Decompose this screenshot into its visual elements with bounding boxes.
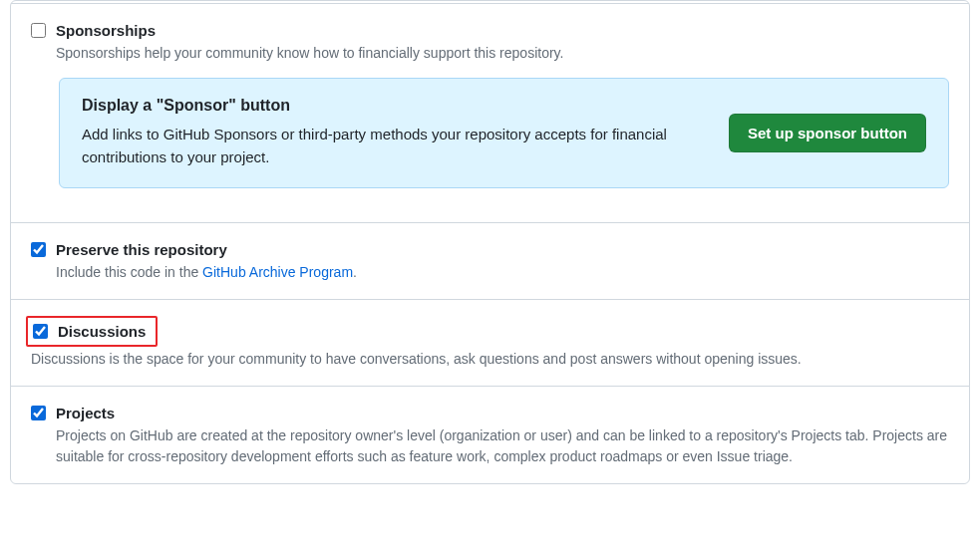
projects-checkbox[interactable] [31,406,46,420]
sponsorships-title: Sponsorships [56,20,949,41]
discussions-highlight: Discussions [26,316,158,347]
preserve-desc-prefix: Include this code in the [56,264,202,280]
preserve-title: Preserve this repository [56,239,949,260]
sponsor-callout-title: Display a "Sponsor" button [82,97,709,115]
features-panel: Sponsorships Sponsorships help your comm… [10,0,970,484]
sponsorships-section: Sponsorships Sponsorships help your comm… [11,3,969,222]
sponsorships-checkbox[interactable] [31,23,46,38]
projects-section: Projects Projects on GitHub are created … [11,386,969,483]
discussions-title: Discussions [58,321,146,342]
setup-sponsor-button[interactable]: Set up sponsor button [729,114,926,152]
preserve-desc: Include this code in the GitHub Archive … [56,262,949,283]
sponsor-callout-desc: Add links to GitHub Sponsors or third-pa… [82,123,709,169]
sponsor-callout: Display a "Sponsor" button Add links to … [59,78,949,188]
sponsorships-desc: Sponsorships help your community know ho… [56,43,949,64]
discussions-section: Discussions Discussions is the space for… [11,299,969,386]
preserve-section: Preserve this repository Include this co… [11,222,969,299]
archive-program-link[interactable]: GitHub Archive Program [202,264,353,280]
discussions-desc: Discussions is the space for your commun… [31,349,949,370]
preserve-label-block: Preserve this repository Include this co… [56,239,949,283]
preserve-checkbox[interactable] [31,242,46,257]
sponsorships-label-block: Sponsorships Sponsorships help your comm… [56,20,949,64]
projects-label-block: Projects Projects on GitHub are created … [56,403,949,467]
projects-desc: Projects on GitHub are created at the re… [56,425,949,467]
discussions-checkbox[interactable] [33,324,48,339]
projects-title: Projects [56,403,949,423]
preserve-desc-suffix: . [353,264,357,280]
